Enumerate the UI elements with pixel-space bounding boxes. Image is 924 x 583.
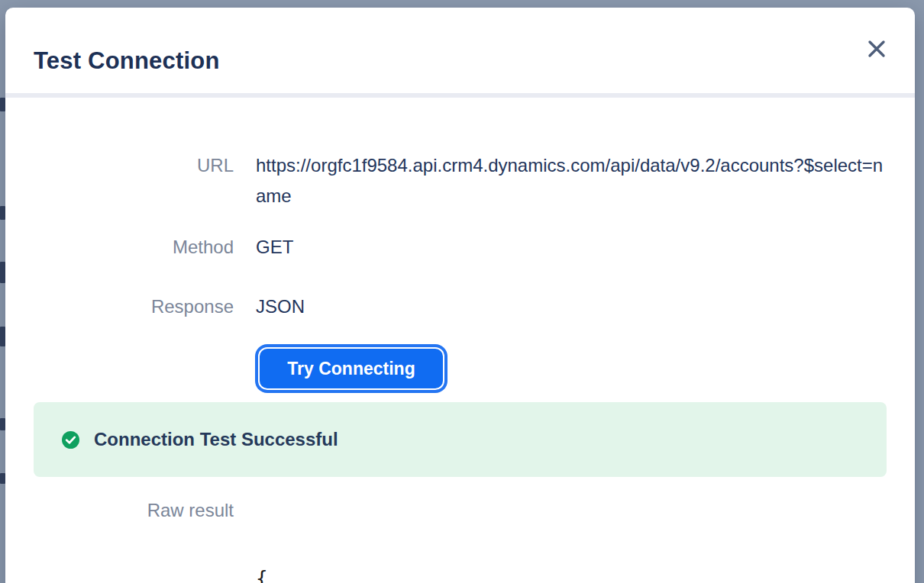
backdrop-artifact <box>0 262 5 283</box>
check-circle-icon <box>62 431 79 449</box>
dialog-header: Test Connection <box>5 8 915 93</box>
response-value: JSON <box>256 292 887 322</box>
url-value: https://orgfc1f9584.api.crm4.dynamics.co… <box>256 150 887 211</box>
test-connection-dialog: Test Connection URL https://orgfc1f9584.… <box>5 8 915 583</box>
backdrop-artifact <box>0 418 5 430</box>
response-label: Response <box>34 292 234 322</box>
backdrop-artifact <box>0 206 5 220</box>
method-value: GET <box>256 232 887 263</box>
success-message: Connection Test Successful <box>94 429 338 450</box>
try-connecting-row: Try Connecting <box>34 345 887 392</box>
success-banner: Connection Test Successful <box>34 402 887 477</box>
raw-result-label: Raw result <box>34 495 234 583</box>
close-button[interactable] <box>866 38 887 60</box>
dialog-title: Test Connection <box>34 47 220 75</box>
backdrop-artifact <box>0 473 5 484</box>
response-row: Response JSON <box>34 292 887 322</box>
close-icon <box>867 39 887 59</box>
raw-result-row: Raw result { "@odata.context": "https://… <box>34 495 887 583</box>
method-label: Method <box>34 232 234 263</box>
raw-result-code: { "@odata.context": "https://orgfc1f9584… <box>256 495 901 583</box>
try-connecting-button[interactable]: Try Connecting <box>260 349 443 388</box>
url-label: URL <box>34 150 234 211</box>
backdrop-artifact <box>0 327 5 346</box>
code-open-brace: { <box>256 567 268 583</box>
method-row: Method GET <box>34 232 887 263</box>
dialog-body: URL https://orgfc1f9584.api.crm4.dynamic… <box>5 98 915 583</box>
url-row: URL https://orgfc1f9584.api.crm4.dynamic… <box>34 150 887 211</box>
backdrop-artifact <box>0 98 5 111</box>
